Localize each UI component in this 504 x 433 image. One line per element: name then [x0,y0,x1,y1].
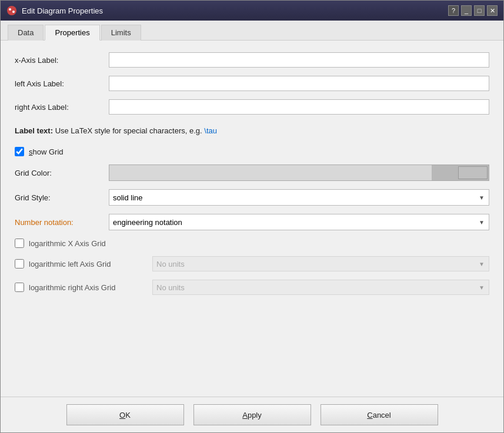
log-x-row: logarithmic X Axis Grid [15,239,489,248]
grid-color-button[interactable] [109,165,489,181]
log-left-units-select: No units [152,256,489,271]
number-notation-wrapper: engineering notation scientific notation… [109,214,489,230]
grid-color-row: Grid Color: [15,165,489,181]
info-static: Use LaTeX style for special characters, … [55,126,205,135]
left-axis-row: left Axis Label: [15,76,489,91]
log-right-units-wrapper: No units [152,280,489,295]
log-left-row: logarithmic left Axis Grid No units [15,256,489,271]
window-title: Edit Diagram Properties [22,6,103,15]
log-left-label: logarithmic left Axis Grid [29,260,152,268]
log-left-checkbox[interactable] [15,259,24,268]
info-bold: Label text: [15,126,53,135]
grid-style-select[interactable]: solid line dashed line dotted line [109,189,489,206]
tab-bar: Data Properties Limits [1,21,503,41]
number-notation-label: Number notation: [15,218,109,227]
info-text-block: Label text: Use LaTeX style for special … [15,126,489,135]
log-right-row: logarithmic right Axis Grid No units [15,280,489,295]
xaxis-input[interactable] [109,52,489,68]
log-right-units-select: No units [152,280,489,295]
tab-properties[interactable]: Properties [45,25,99,41]
maximize-button[interactable]: □ [474,5,485,16]
title-bar-left: Edit Diagram Properties [6,5,103,16]
close-button[interactable]: ✕ [487,5,498,16]
tab-limits[interactable]: Limits [101,25,141,41]
edit-diagram-dialog: Edit Diagram Properties ? _ □ ✕ Data Pro… [0,0,504,433]
title-bar: Edit Diagram Properties ? _ □ ✕ [1,1,503,21]
log-left-units-wrapper: No units [152,256,489,271]
app-icon [6,5,17,16]
number-notation-row: Number notation: engineering notation sc… [15,214,489,230]
show-grid-label: show Grid [29,147,64,156]
show-grid-row: show Grid [15,147,489,156]
show-grid-checkbox[interactable] [15,147,24,156]
left-axis-input[interactable] [109,76,489,91]
ok-button[interactable]: OK [66,404,184,425]
left-axis-label: left Axis Label: [15,79,109,88]
grid-style-row: Grid Style: solid line dashed line dotte… [15,189,489,206]
right-axis-label: right Axis Label: [15,103,109,112]
log-right-checkbox[interactable] [15,283,24,292]
number-notation-select[interactable]: engineering notation scientific notation… [109,214,489,230]
xaxis-row: x-Axis Label: [15,52,489,68]
svg-point-1 [9,8,11,11]
title-controls: ? _ □ ✕ [448,5,498,16]
info-link: \tau [204,126,217,135]
tab-data[interactable]: Data [8,25,44,41]
right-axis-row: right Axis Label: [15,99,489,115]
button-bar: OK Apply Cancel [1,397,503,432]
right-axis-input[interactable] [109,99,489,115]
minimize-button[interactable]: _ [461,5,472,16]
log-right-label: logarithmic right Axis Grid [29,283,152,292]
content-area: x-Axis Label: left Axis Label: right Axi… [1,41,503,397]
grid-style-label: Grid Style: [15,193,109,202]
svg-point-0 [7,6,16,15]
log-x-label: logarithmic X Axis Grid [29,239,152,248]
grid-color-label: Grid Color: [15,169,109,177]
svg-point-2 [12,11,15,13]
grid-style-wrapper: solid line dashed line dotted line [109,189,489,206]
help-button[interactable]: ? [448,5,459,16]
apply-button[interactable]: Apply [193,404,311,425]
xaxis-label: x-Axis Label: [15,56,109,65]
cancel-button[interactable]: Cancel [321,404,438,425]
log-x-checkbox[interactable] [15,239,24,248]
color-swatch [458,166,488,179]
